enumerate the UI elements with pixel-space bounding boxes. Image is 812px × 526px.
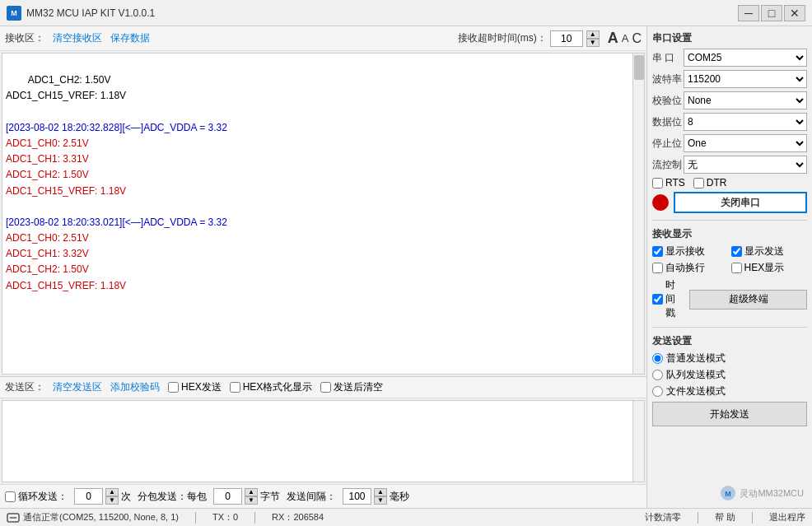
exit-btn[interactable]: 退出程序	[769, 511, 805, 524]
status-bar: 通信正常(COM25, 115200, None, 8, 1) TX：0 RX：…	[0, 508, 812, 526]
show-receive-label: 显示接收	[665, 244, 705, 258]
packet-spin-down[interactable]: ▼	[245, 496, 258, 505]
send-footer: 循环发送： ▲ ▼ 次 分包发送：每包 ▲ ▼ 字节 发送间隔：	[0, 484, 646, 508]
packet-size-input[interactable]	[213, 488, 242, 505]
clear-count-btn[interactable]: 计数清零	[645, 511, 681, 524]
auto-newline-label: 自动换行	[665, 261, 705, 275]
clear-icon: C	[632, 31, 642, 46]
show-send-checkbox[interactable]	[731, 246, 742, 257]
hex-send-checkbox[interactable]	[168, 382, 179, 393]
interval-label: 发送间隔：	[287, 490, 336, 504]
app-title: MM32 MCU IAP KIT V1.0.0.1	[26, 7, 155, 19]
ms-label: 毫秒	[390, 490, 409, 504]
rx-status: RX：206584	[272, 511, 324, 524]
watermark-icon: M	[720, 485, 736, 501]
interval-input[interactable]	[343, 488, 371, 505]
right-panel: 串口设置 串 口 COM25 波特率 115200 校验位 None	[647, 26, 812, 508]
minimize-button[interactable]: ─	[738, 5, 759, 21]
super-terminal-btn[interactable]: 超级终端	[689, 290, 807, 310]
timeout-label: 接收超时时间(ms)：	[458, 31, 547, 45]
serial-settings-title: 串口设置	[652, 31, 807, 45]
show-receive-checkbox[interactable]	[652, 246, 663, 257]
hex-display-checkbox[interactable]	[731, 263, 742, 273]
timeout-spin-down[interactable]: ▼	[586, 39, 600, 47]
send-header: 发送区： 清空发送区 添加校验码 HEX发送 HEX格式化显示 发送后清空	[0, 376, 646, 398]
times-label: 次	[121, 490, 131, 504]
stopbits-select[interactable]: One	[684, 134, 807, 152]
add-checksum-btn[interactable]: 添加校验码	[110, 380, 160, 394]
auto-newline-checkbox[interactable]	[652, 263, 663, 273]
receive-display-section: 接收显示 显示接收 显示发送 自动换行 HEX显示	[652, 227, 807, 320]
interval-spin-up[interactable]: ▲	[374, 488, 387, 496]
databits-label: 数据位	[652, 115, 684, 129]
rts-checkbox[interactable]	[652, 178, 663, 189]
svg-text:M: M	[726, 490, 732, 498]
normal-mode-radio[interactable]	[652, 353, 663, 364]
databits-select[interactable]: 8	[684, 113, 807, 131]
timestamp-checkbox[interactable]	[652, 294, 663, 305]
clear-after-send-label: 发送后清空	[334, 380, 383, 394]
receive-content-area[interactable]: ADC1_CH2: 1.50V ADC1_CH15_VREF: 1.18V [2…	[2, 53, 645, 375]
loop-spin-down[interactable]: ▼	[105, 496, 119, 505]
title-bar: M MM32 MCU IAP KIT V1.0.0.1 ─ □ ✕	[0, 0, 812, 26]
show-send-label: 显示发送	[744, 244, 784, 258]
com-status: 通信正常(COM25, 115200, None, 8, 1)	[23, 511, 179, 524]
flow-label: 流控制	[652, 158, 684, 172]
send-label: 发送区：	[5, 380, 44, 394]
send-settings-section: 发送设置 普通发送模式 队列发送模式 文件发送模式 开始发送	[652, 334, 807, 426]
receive-label: 接收区：	[5, 31, 44, 45]
stopbits-label: 停止位	[652, 137, 684, 151]
parity-select[interactable]: None	[684, 91, 807, 109]
parity-label: 校验位	[652, 94, 684, 108]
dtr-label: DTR	[707, 177, 727, 189]
send-settings-title: 发送设置	[652, 334, 807, 348]
packet-spin-up[interactable]: ▲	[245, 488, 258, 496]
loop-count-input[interactable]	[74, 488, 103, 505]
queue-mode-label: 队列发送模式	[666, 368, 726, 382]
receive-text: ADC1_CH2: 1.50V ADC1_CH15_VREF: 1.18V [2…	[6, 57, 641, 310]
file-mode-label: 文件发送模式	[666, 384, 726, 398]
serial-status-indicator	[652, 194, 669, 211]
baudrate-select[interactable]: 115200	[684, 70, 807, 88]
hex-send-label: HEX发送	[181, 380, 222, 394]
loop-spin-up[interactable]: ▲	[105, 488, 119, 496]
receive-header: 接收区： 清空接收区 保存数据 接收超时时间(ms)： ▲ ▼ AA C	[0, 26, 646, 51]
queue-mode-radio[interactable]	[652, 370, 663, 380]
app-icon: M	[7, 6, 21, 21]
hex-display-label: HEX显示	[744, 261, 785, 275]
file-mode-radio[interactable]	[652, 386, 663, 397]
send-text-area[interactable]	[2, 400, 645, 482]
baudrate-label: 波特率	[652, 72, 684, 86]
clear-after-send-checkbox[interactable]	[320, 382, 331, 393]
receive-display-title: 接收显示	[652, 227, 807, 241]
clear-send-btn[interactable]: 清空发送区	[53, 380, 102, 394]
tx-status: TX：0	[212, 511, 238, 524]
timestamp-label: 时间戳	[665, 278, 684, 320]
dtr-checkbox[interactable]	[693, 178, 704, 189]
status-icon-area: 通信正常(COM25, 115200, None, 8, 1)	[7, 511, 179, 524]
port-label: 串 口	[652, 51, 684, 65]
help-btn[interactable]: 帮 助	[715, 511, 735, 524]
font-size-small-icon: A	[622, 32, 629, 44]
start-send-btn[interactable]: 开始发送	[652, 402, 807, 426]
font-size-icon: A	[608, 30, 618, 47]
port-select[interactable]: COM25	[684, 49, 807, 67]
rts-label: RTS	[665, 177, 685, 189]
loop-send-checkbox[interactable]	[5, 491, 16, 502]
maximize-button[interactable]: □	[761, 5, 782, 21]
watermark-text: 灵动MM32MCU	[740, 487, 804, 500]
save-data-btn[interactable]: 保存数据	[110, 31, 150, 45]
close-button[interactable]: ✕	[784, 5, 805, 21]
hex-format-label: HEX格式化显示	[243, 380, 313, 394]
clear-receive-btn[interactable]: 清空接收区	[53, 31, 102, 45]
close-serial-btn[interactable]: 关闭串口	[674, 192, 807, 213]
timeout-spin-up[interactable]: ▲	[586, 30, 600, 39]
hex-format-checkbox[interactable]	[230, 382, 240, 393]
flow-select[interactable]: 无	[684, 156, 807, 174]
loop-send-label: 循环发送：	[18, 490, 68, 504]
normal-mode-label: 普通发送模式	[666, 351, 726, 365]
serial-settings-section: 串口设置 串 口 COM25 波特率 115200 校验位 None	[652, 31, 807, 213]
packet-label: 分包发送：每包	[138, 490, 207, 504]
timeout-input[interactable]	[550, 30, 583, 47]
interval-spin-down[interactable]: ▼	[374, 496, 387, 505]
